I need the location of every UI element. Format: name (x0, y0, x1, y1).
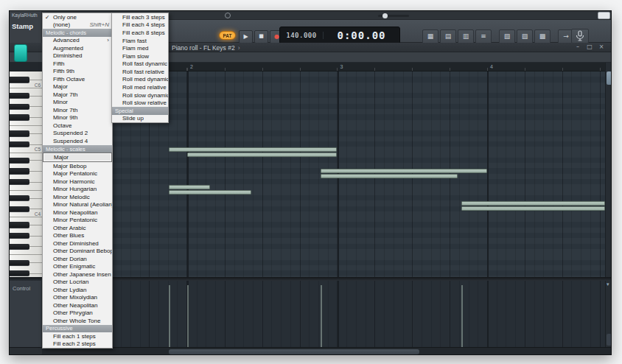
black-key[interactable] (10, 104, 29, 110)
menu-item[interactable]: Fifth 9th (43, 68, 112, 76)
menu-item[interactable]: Minor Neapolitan (43, 209, 112, 217)
control-lane[interactable] (42, 281, 605, 347)
menu-item[interactable]: Minor 9th (43, 114, 112, 122)
black-key[interactable] (10, 260, 29, 266)
volume-knob-icon[interactable] (225, 13, 231, 18)
lane-scrollbar-thumb[interactable] (607, 334, 612, 346)
vertical-scrollbar[interactable] (605, 63, 612, 277)
note[interactable] (321, 169, 487, 173)
menu-item[interactable]: Fill each 8 steps (112, 29, 168, 37)
velocity-stem[interactable] (321, 285, 322, 347)
mixer-icon[interactable]: ≡ (475, 29, 492, 44)
black-key[interactable] (10, 179, 29, 185)
menu-item[interactable]: Minor Hungarian (43, 185, 112, 193)
minimize-button[interactable]: – (574, 43, 581, 50)
menu-item[interactable]: Other Phrygian (43, 309, 112, 318)
note[interactable] (461, 201, 605, 206)
velocity-stem[interactable] (169, 285, 170, 347)
menu-item[interactable]: Major (43, 153, 112, 162)
horizontal-scrollbar-thumb[interactable] (169, 349, 419, 354)
menu-item[interactable]: Other Diminished (43, 239, 112, 248)
menu-item[interactable]: Slide up (112, 115, 168, 123)
menu-item[interactable]: Roll slow dynamic (112, 91, 168, 99)
menu-item[interactable]: Diminished (43, 52, 112, 60)
menu-item[interactable]: Flam fast (112, 37, 168, 45)
control-lane-selector[interactable]: Control (13, 285, 30, 292)
master-slider[interactable] (378, 15, 409, 17)
black-key[interactable] (10, 195, 29, 201)
piano-keyboard[interactable]: C6C5C4 (10, 71, 42, 277)
plugin-picker-icon[interactable]: ▨ (517, 29, 533, 44)
black-key[interactable] (10, 270, 29, 276)
menu-item[interactable]: Minor Harmonic (43, 178, 112, 186)
browser-icon[interactable]: ▧ (499, 29, 515, 44)
menu-item[interactable]: Roll fast dynamic (112, 60, 168, 68)
velocity-stem[interactable] (187, 285, 189, 347)
playlist-icon[interactable]: ▦ (422, 29, 438, 44)
menu-item[interactable]: Suspended 2 (43, 130, 112, 138)
chevron-down-icon[interactable]: ▾ (607, 281, 609, 287)
note[interactable] (169, 147, 337, 152)
mic-button[interactable] (571, 29, 589, 43)
step-sequencer-icon[interactable]: ▤ (440, 29, 456, 44)
note[interactable] (187, 153, 337, 157)
note[interactable] (169, 190, 251, 195)
black-key[interactable] (10, 130, 29, 136)
menu-item[interactable]: Minor 7th (43, 106, 112, 114)
black-key[interactable] (10, 141, 29, 147)
menu-item[interactable]: Major Pentatonic (43, 169, 112, 178)
play-button[interactable]: ▶ (239, 30, 253, 43)
black-key[interactable] (10, 233, 29, 239)
vertical-scrollbar-thumb[interactable] (607, 71, 612, 85)
menu-item[interactable]: Major 7th (43, 91, 112, 99)
title-arrow-icon[interactable]: › (238, 44, 240, 52)
menu-item[interactable]: Minor Natural (Aeolian) (43, 200, 112, 209)
time-display[interactable]: 0:00.00 (324, 29, 399, 41)
menu-item[interactable]: Roll med dynamic (112, 76, 168, 84)
velocity-stem[interactable] (461, 285, 463, 347)
menu-item[interactable]: Other Dominant Bebop (43, 247, 112, 255)
touch-keyboard-icon[interactable]: ▩ (534, 29, 551, 44)
menu-item[interactable]: Fill each 4 steps (112, 21, 168, 29)
black-key[interactable] (10, 93, 29, 99)
menu-item[interactable]: Minor Melodic (43, 193, 112, 201)
menu-item[interactable]: Other Enigmatic (43, 263, 112, 271)
menu-item[interactable]: Minor (43, 99, 112, 107)
menu-item[interactable]: Roll med relative (112, 83, 168, 91)
black-key[interactable] (10, 244, 29, 250)
menu-item[interactable]: Minor Pentatonic (43, 216, 112, 224)
note[interactable] (321, 174, 458, 178)
menu-item[interactable]: Major Bebop (43, 162, 112, 170)
channel-color-icon[interactable] (14, 44, 27, 62)
menu-item[interactable]: Other Dorian (43, 255, 112, 263)
slider-knob[interactable] (382, 13, 388, 18)
menu-item[interactable]: Flam med (112, 44, 168, 52)
menu-item[interactable]: Other Locrian (43, 279, 112, 287)
black-key[interactable] (10, 158, 29, 164)
black-key[interactable] (10, 114, 29, 120)
menu-item[interactable]: Octave (43, 122, 112, 130)
menu-item[interactable]: Flam slow (112, 52, 168, 60)
note[interactable] (169, 185, 210, 189)
menu-item[interactable]: Other Arabic (43, 224, 112, 232)
menu-item[interactable]: Fill each 2 steps (43, 340, 112, 349)
menu-item[interactable]: Other Mixolydian (43, 294, 112, 302)
menu-item[interactable]: (none)Shift+N (43, 21, 112, 29)
menu-item[interactable]: Advanced› (43, 37, 112, 45)
menu-item[interactable]: Other Whole Tone (43, 317, 112, 325)
menu-item[interactable]: Roll slow relative (112, 99, 168, 107)
lane-scrollbar[interactable]: ▾ (605, 281, 612, 347)
maximize-button[interactable]: □ (586, 43, 593, 50)
menu-item[interactable]: ✓Only one (43, 13, 112, 21)
menu-item[interactable]: Augmented (43, 44, 112, 52)
black-key[interactable] (10, 222, 29, 228)
menu-item[interactable]: Other Japanese Insen (43, 270, 112, 279)
black-key[interactable] (10, 168, 29, 174)
menu-item[interactable]: Major (43, 83, 112, 91)
menu-item[interactable]: Other Lydian (43, 286, 112, 294)
menu-item[interactable]: Other Neapolitan (43, 301, 112, 309)
menu-item[interactable]: Other Blues (43, 231, 112, 239)
black-key[interactable] (10, 77, 29, 83)
note[interactable] (461, 206, 605, 211)
menu-item[interactable]: Fifth Octave (43, 75, 112, 83)
